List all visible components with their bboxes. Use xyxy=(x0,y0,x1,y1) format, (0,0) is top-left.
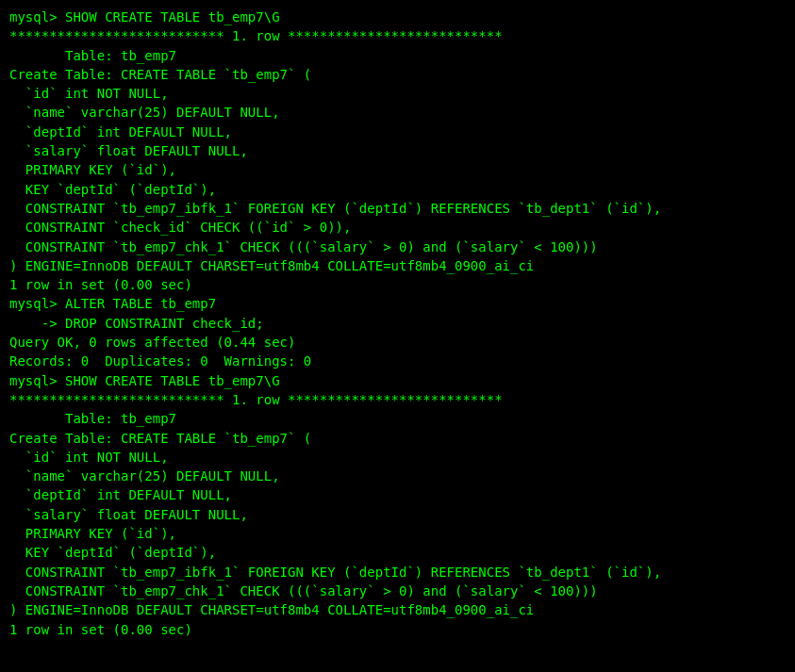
terminal-line: `name` varchar(25) DEFAULT NULL, xyxy=(9,467,786,485)
terminal-line: `id` int NOT NULL, xyxy=(9,448,786,467)
terminal-line: *************************** 1. row *****… xyxy=(9,26,786,45)
terminal-line: KEY `deptId` (`deptId`), xyxy=(9,180,786,199)
terminal-line: Table: tb_emp7 xyxy=(9,409,786,428)
terminal-line: CONSTRAINT `tb_emp7_ibfk_1` FOREIGN KEY … xyxy=(9,199,786,218)
terminal-line: PRIMARY KEY (`id`), xyxy=(9,160,786,179)
terminal-line: *************************** 1. row *****… xyxy=(9,390,786,409)
terminal-line: Create Table: CREATE TABLE `tb_emp7` ( xyxy=(9,65,786,84)
terminal-line: CONSTRAINT `tb_emp7_chk_1` CHECK (((`sal… xyxy=(9,238,786,256)
terminal-line: -> DROP CONSTRAINT check_id; xyxy=(9,314,786,333)
terminal-line: ) ENGINE=InnoDB DEFAULT CHARSET=utf8mb4 … xyxy=(9,600,786,619)
terminal-line: ) ENGINE=InnoDB DEFAULT CHARSET=utf8mb4 … xyxy=(9,256,786,275)
terminal-line: `salary` float DEFAULT NULL, xyxy=(9,141,786,160)
terminal-line: `salary` float DEFAULT NULL, xyxy=(9,505,786,524)
terminal-line: CONSTRAINT `tb_emp7_ibfk_1` FOREIGN KEY … xyxy=(9,563,786,582)
terminal-line: Table: tb_emp7 xyxy=(9,46,786,65)
terminal-line: CONSTRAINT `check_id` CHECK ((`id` > 0))… xyxy=(9,218,786,237)
terminal: mysql> SHOW CREATE TABLE tb_emp7\G******… xyxy=(9,8,786,639)
terminal-line: Records: 0 Duplicates: 0 Warnings: 0 xyxy=(9,352,786,370)
terminal-line: 1 row in set (0.00 sec) xyxy=(9,620,786,639)
terminal-output: mysql> SHOW CREATE TABLE tb_emp7\G******… xyxy=(9,8,786,639)
terminal-line: Query OK, 0 rows affected (0.44 sec) xyxy=(9,333,786,352)
terminal-line: mysql> ALTER TABLE tb_emp7 xyxy=(9,294,786,313)
terminal-line: `deptId` int DEFAULT NULL, xyxy=(9,485,786,504)
terminal-line: KEY `deptId` (`deptId`), xyxy=(9,543,786,562)
terminal-line: Create Table: CREATE TABLE `tb_emp7` ( xyxy=(9,429,786,448)
terminal-line: PRIMARY KEY (`id`), xyxy=(9,524,786,543)
terminal-line: mysql> SHOW CREATE TABLE tb_emp7\G xyxy=(9,371,786,390)
terminal-line: CONSTRAINT `tb_emp7_chk_1` CHECK (((`sal… xyxy=(9,582,786,600)
terminal-line: `name` varchar(25) DEFAULT NULL, xyxy=(9,103,786,122)
terminal-line: `deptId` int DEFAULT NULL, xyxy=(9,123,786,141)
terminal-line: `id` int NOT NULL, xyxy=(9,84,786,103)
terminal-line: 1 row in set (0.00 sec) xyxy=(9,275,786,294)
terminal-line: mysql> SHOW CREATE TABLE tb_emp7\G xyxy=(9,8,786,26)
